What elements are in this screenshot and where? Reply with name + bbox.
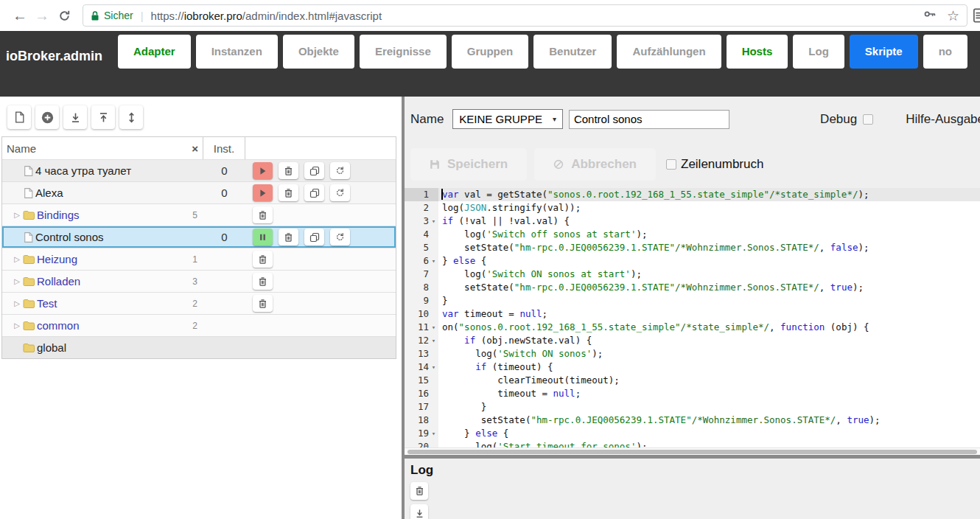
code-editor[interactable]: 1var val = getState("sonos.0.root.192_16…	[405, 188, 980, 447]
code-line[interactable]: 7 log('Switch ON sonos at start');	[405, 268, 980, 281]
tab-no[interactable]: no	[923, 35, 967, 69]
cancel-button[interactable]: Abbrechen	[534, 148, 656, 181]
expand-icon[interactable]: ▷	[11, 211, 23, 219]
expand-icon[interactable]: ▷	[11, 299, 23, 307]
scrollbar-thumb[interactable]	[407, 450, 977, 454]
code-line[interactable]: 10var timeout = null;	[405, 307, 980, 321]
browser-menu-icon[interactable]	[973, 7, 980, 24]
delete-script-button[interactable]	[279, 162, 298, 179]
code-line[interactable]: 2log(JSON.stringify(val));	[405, 201, 980, 215]
tree-row-heizung[interactable]: ▷Heizung1	[2, 248, 396, 270]
delete-script-button[interactable]	[279, 229, 298, 245]
restart-script-button[interactable]	[330, 229, 350, 245]
tab-adapter[interactable]: Adapter	[118, 35, 191, 69]
tree-row-global[interactable]: global	[2, 336, 396, 358]
fold-icon[interactable]: ▾	[429, 321, 438, 334]
url-bar[interactable]: Sicher | https://iobroker.pro/admin/inde…	[83, 4, 967, 27]
restart-script-button[interactable]	[330, 184, 350, 201]
tree-row-control-sonos[interactable]: Control sonos0	[2, 226, 396, 248]
script-count-badge: 3	[192, 276, 197, 287]
fold-icon[interactable]: ▾	[429, 215, 438, 228]
code-line[interactable]: 11▾on("sonos.0.root.192_168_1_55.state_s…	[405, 321, 980, 334]
new-script-button[interactable]	[35, 105, 59, 129]
delete-folder-button[interactable]	[253, 295, 273, 312]
code-line[interactable]: 15 clearTimeout(timeout);	[405, 374, 980, 387]
pause-script-button[interactable]	[253, 229, 273, 245]
copy-script-button[interactable]	[304, 229, 324, 245]
tab-objekte[interactable]: Objekte	[283, 35, 354, 69]
code-line[interactable]: 8 setState("hm-rpc.0.JEQ0056239.1.STATE"…	[405, 281, 980, 294]
copy-script-button[interactable]	[304, 162, 324, 179]
fold-icon[interactable]: ▾	[429, 254, 438, 268]
tree-body: 4 часа утра туалет0Alexa0▷Bindings5Contr…	[2, 159, 396, 358]
group-select[interactable]: KEINE GRUPPE▾	[452, 109, 563, 129]
tree-row-4[interactable]: 4 часа утра туалет0	[2, 159, 396, 181]
tree-row-bindings[interactable]: ▷Bindings5	[2, 203, 396, 226]
tab-instanzen[interactable]: Instanzen	[196, 35, 278, 69]
code-line[interactable]: 5 setState("hm-rpc.0.JEQ0056239.1.STATE"…	[405, 241, 980, 254]
script-name-input[interactable]	[569, 110, 729, 129]
forward-icon[interactable]: →	[31, 7, 53, 24]
tree-row-common[interactable]: ▷common2	[2, 314, 396, 336]
copy-script-button[interactable]	[304, 184, 324, 201]
debug-checkbox[interactable]	[863, 114, 873, 125]
tree-row-alexa[interactable]: Alexa0	[2, 181, 396, 203]
code-line[interactable]: 13 log('Switch ON sonos');	[405, 347, 980, 360]
tab-ereignisse[interactable]: Ereignisse	[360, 35, 447, 69]
editor-panel: Name KEINE GRUPPE▾ Debug Hilfe-Ausgabe S…	[405, 97, 980, 519]
export-log-button[interactable]	[410, 504, 428, 519]
export-scripts-button[interactable]	[91, 105, 115, 129]
back-icon[interactable]: ←	[9, 7, 31, 24]
word-wrap-checkbox[interactable]	[666, 159, 676, 170]
app-header: ioBroker.admin AdapterInstanzenObjekteEr…	[0, 31, 980, 97]
code-line[interactable]: 17 }	[405, 400, 980, 414]
code-line[interactable]: 14▾ if (timeout) {	[405, 360, 980, 374]
fold-icon[interactable]: ▾	[429, 334, 438, 347]
key-icon[interactable]	[923, 8, 937, 23]
code-line[interactable]: 19▾ } else {	[405, 427, 980, 440]
editor-hscrollbar[interactable]	[405, 447, 980, 455]
line-number: 20	[410, 440, 429, 447]
delete-folder-button[interactable]	[253, 206, 273, 223]
restart-script-button[interactable]	[330, 162, 350, 179]
tab-aufz-hlungen[interactable]: Aufzählungen	[617, 35, 721, 69]
fold-icon[interactable]: ▾	[429, 427, 438, 440]
code-line[interactable]: 4 log('Switch off sonos at start');	[405, 228, 980, 241]
delete-folder-button[interactable]	[253, 251, 273, 268]
tab-log[interactable]: Log	[793, 35, 844, 69]
reload-icon[interactable]	[53, 10, 75, 22]
new-file-button[interactable]	[7, 105, 31, 129]
expand-icon[interactable]: ▷	[11, 321, 23, 330]
code-line[interactable]: 9}	[405, 294, 980, 307]
code-line[interactable]: 12▾ if (obj.newState.val) {	[405, 334, 980, 347]
delete-folder-button[interactable]	[253, 273, 273, 290]
tree-row-rolladen[interactable]: ▷Rolladen3	[2, 270, 396, 292]
tree-row-test[interactable]: ▷Test2	[2, 292, 396, 314]
code-line[interactable]: 18 setState("hm-rpc.0.JEQ0056239.1.STATE…	[405, 414, 980, 427]
clear-log-button[interactable]	[410, 482, 428, 500]
delete-script-button[interactable]	[279, 184, 298, 201]
clear-filter-icon[interactable]: ×	[192, 142, 198, 155]
code-line[interactable]: 16 timeout = null;	[405, 387, 980, 400]
import-scripts-button[interactable]	[63, 105, 87, 129]
expand-icon[interactable]: ▷	[11, 255, 23, 263]
bookmark-star-icon[interactable]: ☆	[947, 7, 959, 24]
code-line[interactable]: 6▾} else {	[405, 254, 980, 268]
line-number: 6	[410, 254, 429, 268]
save-button[interactable]: Speichern	[410, 148, 527, 181]
code-line[interactable]: 20 log('Start timeout for sonos');	[405, 440, 980, 447]
start-script-button[interactable]	[253, 184, 273, 201]
expand-icon[interactable]: ▷	[11, 277, 23, 285]
code-line[interactable]: 3▾if (!val || !val.val) {	[405, 215, 980, 228]
expand-all-button[interactable]	[119, 105, 143, 129]
code-line[interactable]: 1var val = getState("sonos.0.root.192_16…	[405, 188, 980, 201]
instance-count: 0	[203, 164, 245, 177]
tab-hosts[interactable]: Hosts	[727, 35, 788, 69]
tab-benutzer[interactable]: Benutzer	[533, 35, 612, 69]
tab-skripte[interactable]: Skripte	[850, 35, 918, 69]
start-script-button[interactable]	[253, 162, 273, 179]
secure-label: Sicher	[104, 10, 133, 21]
tab-gruppen[interactable]: Gruppen	[452, 35, 529, 69]
fold-icon[interactable]: ▾	[429, 360, 438, 374]
script-name: Alexa	[35, 187, 63, 199]
